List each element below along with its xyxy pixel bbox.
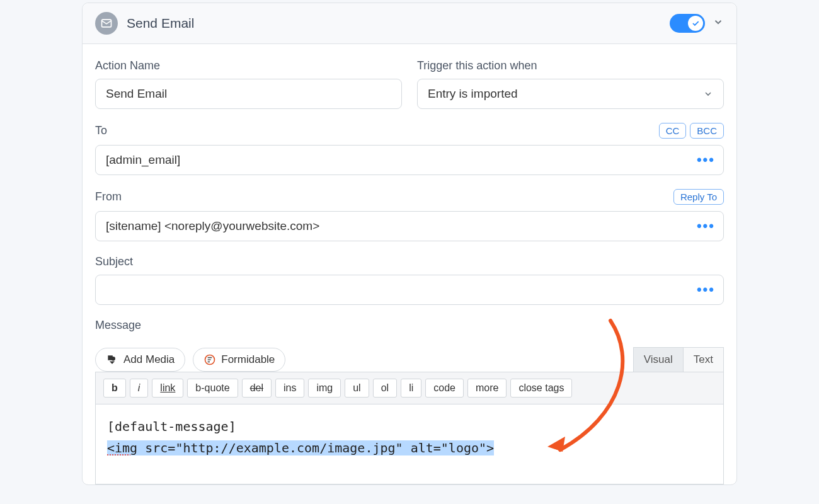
message-label: Message xyxy=(95,319,724,332)
toolbar-li[interactable]: li xyxy=(401,379,421,398)
from-shortcode-button[interactable]: ••• xyxy=(697,219,715,233)
toolbar-more[interactable]: more xyxy=(467,379,507,398)
panel-title: Send Email xyxy=(127,16,670,31)
toolbar-del[interactable]: del xyxy=(242,379,272,398)
panel-body: Action Name Trigger this action when Ent… xyxy=(83,44,736,484)
toolbar-bold[interactable]: b xyxy=(103,379,126,398)
message-editor[interactable]: [default-message] <img src="http://examp… xyxy=(95,404,724,484)
toolbar-ol[interactable]: ol xyxy=(373,379,397,398)
from-label: From xyxy=(95,190,122,203)
chevron-down-icon xyxy=(703,89,713,99)
toolbar-ul[interactable]: ul xyxy=(345,379,369,398)
toolbar-img[interactable]: img xyxy=(308,379,341,398)
toolbar-ins[interactable]: ins xyxy=(275,379,304,398)
toolbar-link[interactable]: link xyxy=(152,379,183,398)
editor-tabs: Visual Text xyxy=(633,347,724,372)
editor-toolbar: b i link b-quote del ins img ul ol li co… xyxy=(95,372,724,404)
email-icon xyxy=(95,12,118,35)
send-email-panel: Send Email Action Name Trigger this acti… xyxy=(82,3,737,485)
action-toggle[interactable] xyxy=(670,14,705,33)
toolbar-italic[interactable]: i xyxy=(130,379,149,398)
add-media-button[interactable]: Add Media xyxy=(95,348,185,372)
to-input[interactable] xyxy=(95,145,724,175)
cc-button[interactable]: CC xyxy=(659,123,687,139)
action-name-input[interactable] xyxy=(95,79,402,109)
subject-input[interactable] xyxy=(95,275,724,305)
editor-line-1: [default-message] xyxy=(107,416,712,437)
to-shortcode-button[interactable]: ••• xyxy=(697,153,715,167)
toolbar-close-tags[interactable]: close tags xyxy=(510,379,572,398)
panel-header: Send Email xyxy=(83,3,736,44)
toggle-knob xyxy=(688,16,703,31)
toolbar-code[interactable]: code xyxy=(425,379,464,398)
tab-visual[interactable]: Visual xyxy=(633,347,683,372)
tab-text[interactable]: Text xyxy=(683,347,724,372)
trigger-label: Trigger this action when xyxy=(417,59,724,72)
action-name-label: Action Name xyxy=(95,59,402,72)
subject-label: Subject xyxy=(95,255,724,268)
trigger-select[interactable]: Entry is imported xyxy=(417,79,724,109)
editor-line-2: <img src="http://example.com/image.jpg" … xyxy=(107,437,712,459)
to-label: To xyxy=(95,124,107,137)
toolbar-bquote[interactable]: b-quote xyxy=(187,379,238,398)
formidable-button[interactable]: Formidable xyxy=(193,348,285,372)
trigger-value: Entry is imported xyxy=(428,87,518,101)
bcc-button[interactable]: BCC xyxy=(690,123,724,139)
formidable-icon xyxy=(203,353,216,366)
from-input[interactable] xyxy=(95,211,724,241)
collapse-chevron-icon[interactable] xyxy=(713,16,724,30)
media-icon xyxy=(106,353,118,366)
reply-to-button[interactable]: Reply To xyxy=(673,189,724,205)
subject-shortcode-button[interactable]: ••• xyxy=(697,283,715,297)
